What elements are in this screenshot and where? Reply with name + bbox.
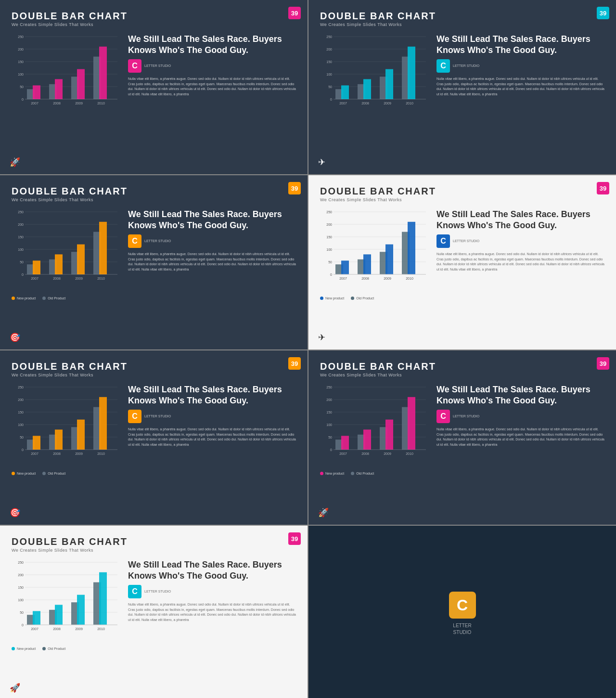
svg-text:200: 200	[326, 48, 332, 51]
svg-rect-147	[408, 397, 415, 450]
chart-svg: 0501001502002502007200820092010	[12, 207, 122, 294]
brand-text: LETTER STUDIO	[144, 414, 171, 418]
headline: We Still Lead The Sales Race. Buyers Kno…	[128, 384, 296, 406]
slide-8: C LETTERSTUDIO	[308, 526, 616, 698]
slide-subtitle: We Creates Simple Slides That Works	[320, 22, 604, 27]
chart-svg: 0501001502002502007200820092010	[320, 382, 431, 469]
legend-new-dot	[12, 297, 15, 300]
brand-text: LETTER STUDIO	[453, 239, 479, 243]
legend-old-label: Old Product	[356, 297, 374, 300]
brand-text: LETTER STUDIO	[144, 64, 171, 68]
headline: We Still Lead The Sales Race. Buyers Kno…	[128, 34, 296, 55]
brand-text: LETTER STUDIO	[144, 589, 171, 594]
legend-old: Old Product	[351, 297, 374, 300]
chart-svg: 0501001502002502007200820092010	[320, 207, 431, 294]
body-text: Nulla vitae elit libero, a pharetra augu…	[436, 77, 604, 97]
svg-rect-97	[408, 222, 415, 274]
legend-old-dot	[42, 297, 46, 300]
brand-logo: C LETTER STUDIO	[436, 59, 604, 73]
svg-text:250: 250	[326, 210, 332, 214]
svg-text:2008: 2008	[361, 277, 369, 280]
slide-7: 39 DOUBLE BAR CHART We Creates Simple Sl…	[0, 526, 308, 698]
svg-rect-41	[363, 79, 371, 99]
legend-new: New product	[12, 472, 36, 475]
svg-text:50: 50	[20, 260, 24, 264]
slide-title: DOUBLE BAR CHART	[320, 11, 604, 21]
slide-badge: 39	[288, 357, 301, 370]
info-area: We Still Lead The Sales Race. Buyers Kno…	[128, 382, 296, 447]
svg-text:2009: 2009	[75, 102, 83, 105]
svg-text:2009: 2009	[384, 452, 391, 455]
slide-title: DOUBLE BAR CHART	[320, 186, 604, 196]
legend-new-dot	[12, 472, 15, 475]
chart-legend: New product Old Product	[320, 472, 431, 475]
svg-rect-166	[55, 605, 63, 625]
chart-area: 0501001502002502007200820092010 New prod…	[320, 207, 431, 300]
slide-content: 0501001502002502007200820092010 New prod…	[320, 207, 604, 341]
chart-area: 0501001502002502007200820092010 New prod…	[12, 382, 122, 475]
svg-rect-163	[33, 611, 40, 625]
svg-text:150: 150	[326, 60, 332, 64]
svg-rect-13	[33, 85, 40, 99]
slide-1: 39 DOUBLE BAR CHART We Creates Simple Sl…	[0, 0, 308, 174]
slide-subtitle: We Creates Simple Slides That Works	[320, 197, 604, 202]
slide-badge: 39	[288, 182, 301, 194]
brand-icon: C	[128, 234, 141, 248]
legend-old-label: Old Product	[48, 647, 65, 650]
svg-text:2010: 2010	[406, 277, 413, 280]
legend-old-label: Old Product	[48, 297, 65, 300]
svg-rect-169	[77, 595, 85, 625]
svg-rect-69	[77, 245, 85, 274]
svg-text:250: 250	[326, 386, 332, 389]
svg-rect-66	[55, 254, 63, 274]
chart-area: 0501001502002502007200820092010	[12, 32, 122, 118]
svg-rect-122	[99, 397, 107, 450]
chart-area: 0501001502002502007200820092010 New prod…	[320, 382, 431, 475]
slide-badge: 39	[597, 7, 609, 19]
svg-rect-119	[77, 420, 85, 450]
slide-icon: 🚀	[10, 683, 20, 693]
svg-text:2009: 2009	[75, 627, 83, 631]
svg-text:100: 100	[326, 248, 332, 251]
slide-icon: ✈	[318, 157, 325, 168]
brand-icon: C	[128, 410, 141, 423]
info-area: We Still Lead The Sales Race. Buyers Kno…	[436, 207, 604, 272]
brand-icon: C	[128, 59, 141, 73]
slide-title: DOUBLE BAR CHART	[12, 11, 296, 21]
legend-new-label: New product	[17, 472, 36, 475]
chart-legend: New product Old Product	[12, 647, 122, 650]
legend-new: New product	[12, 647, 36, 650]
svg-text:200: 200	[326, 398, 332, 401]
chart-area: 0501001502002502007200820092010 New prod…	[12, 557, 122, 650]
legend-old-label: Old Product	[356, 472, 374, 475]
legend-old: Old Product	[42, 472, 65, 475]
svg-text:100: 100	[18, 73, 24, 76]
legend-new: New product	[320, 297, 344, 300]
svg-rect-144	[385, 420, 393, 450]
svg-text:200: 200	[18, 398, 24, 401]
body-text: Nulla vitae elit libero, a pharetra augu…	[128, 252, 296, 272]
svg-text:2007: 2007	[31, 277, 38, 280]
svg-rect-72	[99, 222, 107, 274]
slide-subtitle: We Creates Simple Slides That Works	[12, 22, 296, 27]
chart-svg: 0501001502002502007200820092010	[320, 32, 431, 118]
svg-text:200: 200	[18, 223, 24, 226]
svg-text:50: 50	[328, 436, 332, 439]
chart-legend: New product Old Product	[12, 297, 122, 300]
legend-old-dot	[351, 472, 354, 475]
svg-text:2008: 2008	[361, 102, 369, 105]
slide-6: 39 DOUBLE BAR CHART We Creates Simple Sl…	[308, 350, 616, 525]
svg-text:200: 200	[18, 573, 24, 577]
svg-text:100: 100	[18, 598, 24, 602]
legend-new-dot	[320, 297, 323, 300]
slide-icon: 🎯	[10, 332, 20, 343]
svg-text:2007: 2007	[339, 452, 347, 455]
svg-rect-44	[385, 69, 393, 99]
info-area: We Still Lead The Sales Race. Buyers Kno…	[436, 32, 604, 97]
svg-rect-113	[33, 436, 40, 450]
svg-text:150: 150	[18, 586, 24, 589]
chart-svg: 0501001502002502007200820092010	[12, 382, 122, 469]
svg-text:2010: 2010	[406, 102, 413, 105]
svg-text:100: 100	[326, 73, 332, 76]
legend-new-dot	[12, 647, 15, 650]
